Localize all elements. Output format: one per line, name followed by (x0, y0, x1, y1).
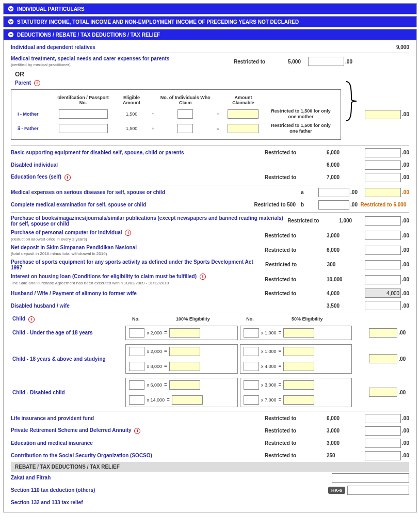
input-dis-total[interactable] (369, 388, 397, 397)
row-sports: Purchase of sports equipment for any spo… (11, 258, 409, 272)
input-computer[interactable] (365, 231, 401, 240)
input-dis-50a-no[interactable] (244, 380, 259, 390)
collapse-icon (8, 31, 14, 38)
label: Husband / Wife / Payment of alimony to f… (11, 291, 265, 296)
input-father-id[interactable] (59, 124, 108, 133)
row-zakat: Zakat and Fitrah (11, 472, 409, 484)
expand-down-icon (8, 6, 14, 12)
input-edu-med-ins[interactable] (365, 439, 401, 448)
input-alimony[interactable] (365, 288, 401, 298)
row-individual-relatives: Individual and dependent relatives 9,000 (11, 43, 409, 52)
section-title: DEDUCTIONS / REBATE / TAX DEDUCTIONS / T… (17, 32, 160, 38)
input-medical-parents[interactable] (308, 57, 344, 66)
input-ab18-100a-amt[interactable] (169, 347, 200, 356)
input-father-count[interactable] (177, 124, 193, 133)
input-father-claimable[interactable] (228, 124, 259, 133)
input-dis-100a-amt[interactable] (169, 380, 200, 390)
parent-claim-box: Identifcation / Passport No. Eligible Am… (11, 89, 341, 139)
input-ab18-100b-amt[interactable] (169, 362, 200, 371)
input-u18-total[interactable] (369, 328, 397, 338)
label-text: Medical treatment, special needs and car… (11, 56, 169, 61)
input-housing[interactable] (365, 275, 401, 284)
input-ab18-100a-no[interactable] (129, 347, 144, 356)
input-ab18-50a-no[interactable] (244, 347, 259, 356)
input-u18-100-no[interactable] (129, 328, 144, 338)
input-books[interactable] (365, 216, 401, 226)
row-education-fees: Education fees (self) i Restricted to 7,… (11, 171, 409, 184)
label: Basic supporting equipment for disabled … (11, 150, 265, 155)
label: Purchase of books/magazines/journals/sim… (11, 215, 287, 227)
label: Purchase of sports equipment for any spo… (11, 259, 265, 270)
input-ab18-total[interactable] (369, 354, 397, 363)
restrict-amt: 7,000 (327, 174, 358, 180)
input-ab18-50b-amt[interactable] (283, 362, 314, 371)
row-s110: Section 110 tax deduction (others) HK-6 (11, 484, 409, 496)
col-eligible: Eligible Amount (115, 94, 149, 106)
input-mother-count[interactable] (177, 109, 193, 119)
section-header-statutory[interactable]: STATUTORY INCOME, TOTAL INCOME AND NON-E… (4, 17, 416, 27)
restrict-500: Restricted to 500 (186, 202, 301, 207)
row-mother: i - Mother (15, 107, 52, 121)
input-mother-claimable[interactable] (228, 109, 259, 119)
input-socso[interactable] (365, 451, 401, 460)
input-dis-100b-no[interactable] (129, 395, 144, 405)
label: Private Retirement Scheme and Deferred A… (11, 427, 265, 434)
input-life-insurance[interactable] (365, 414, 401, 423)
label-note: (certified by medical practitioner) (11, 62, 71, 67)
info-icon[interactable]: i (200, 274, 206, 280)
input-s110[interactable] (347, 486, 409, 495)
restrict-amt: 3,000 (327, 428, 358, 434)
input-u18-50-no[interactable] (244, 328, 259, 338)
input-ab18-50a-amt[interactable] (283, 347, 314, 356)
input-medical-total[interactable] (365, 188, 401, 197)
input-basic-equipment[interactable] (365, 148, 401, 157)
input-parent-total[interactable] (365, 110, 401, 119)
label: Disabled individual (11, 162, 265, 168)
restricted-to: Restricted to (287, 218, 339, 223)
section-header-deductions[interactable]: DEDUCTIONS / REBATE / TAX DEDUCTIONS / T… (4, 29, 416, 40)
input-ab18-100b-no[interactable] (129, 362, 144, 371)
parent-label: Parent (15, 80, 31, 86)
input-zakat[interactable] (332, 473, 409, 483)
label: Disabled husband / wife (11, 303, 265, 309)
eligible-amount: 1,500 (115, 107, 149, 121)
restricted-to: Restricted to (265, 415, 327, 421)
input-dis-50b-no[interactable] (244, 395, 259, 405)
row-life-insurance: Life insurance and provident fund Restri… (11, 412, 409, 425)
info-icon[interactable]: i (125, 230, 131, 236)
input-medical-a[interactable] (318, 188, 349, 197)
input-medical-b[interactable] (318, 200, 349, 210)
input-education-fees[interactable] (365, 173, 401, 182)
label: Section 132 and 133 tax relief (11, 500, 316, 505)
input-prs[interactable] (365, 426, 401, 436)
label: Life insurance and provident fund (11, 415, 265, 421)
section-header-particulars[interactable]: INDIVIDUAL PARTICULARS (4, 4, 416, 14)
label: Education fees (self) i (11, 174, 265, 180)
curly-brace-icon (344, 88, 360, 140)
hk6-badge[interactable]: HK-6 (328, 487, 345, 494)
row-housing: Interest on housing loan (Conditions for… (11, 272, 409, 287)
input-u18-100-amt[interactable] (169, 328, 200, 338)
section-title: INDIVIDUAL PARTICULARS (17, 6, 85, 12)
row-medical-parents: Medical treatment, special needs and car… (11, 54, 409, 69)
input-ab18-50b-no[interactable] (244, 362, 259, 371)
row-disabled-spouse: Disabled husband / wife 3,500 .00 (11, 299, 409, 312)
info-icon[interactable]: i (64, 174, 71, 181)
input-disabled-individual[interactable] (365, 161, 401, 170)
info-icon[interactable]: i (28, 316, 35, 323)
row-disabled-individual: Disabled individual 6,000 .00 (11, 159, 409, 171)
input-mother-id[interactable] (59, 109, 108, 119)
eligible-amount: 1,500 (115, 122, 149, 135)
info-icon[interactable]: i (134, 428, 140, 434)
input-sports[interactable] (365, 260, 401, 269)
input-disabled-spouse[interactable] (365, 301, 401, 310)
input-sspn[interactable] (365, 246, 401, 255)
restrict-amt: 3,000 (327, 233, 358, 238)
input-dis-100a-no[interactable] (129, 380, 144, 390)
input-dis-50a-amt[interactable] (283, 380, 314, 390)
input-dis-100b-amt[interactable] (172, 395, 203, 405)
info-icon[interactable]: i (34, 80, 40, 86)
restrict-amt: 1,000 (339, 218, 365, 223)
input-dis-50b-amt[interactable] (283, 395, 314, 405)
input-u18-50-amt[interactable] (283, 328, 314, 338)
